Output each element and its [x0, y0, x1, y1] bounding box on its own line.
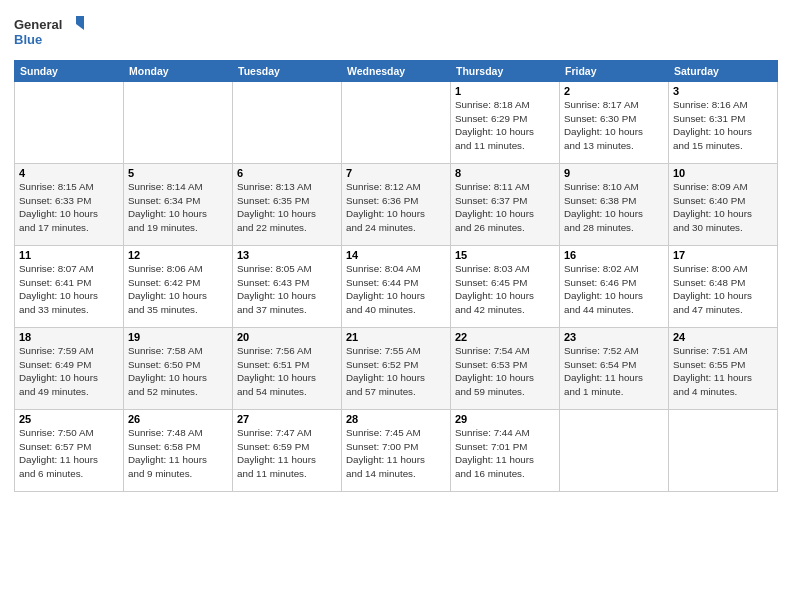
- day-number: 11: [19, 249, 119, 261]
- day-info: Sunrise: 7:58 AMSunset: 6:50 PMDaylight:…: [128, 344, 228, 399]
- week-row-3: 11Sunrise: 8:07 AMSunset: 6:41 PMDayligh…: [15, 246, 778, 328]
- weekday-saturday: Saturday: [669, 61, 778, 82]
- day-number: 26: [128, 413, 228, 425]
- day-number: 2: [564, 85, 664, 97]
- day-info: Sunrise: 7:55 AMSunset: 6:52 PMDaylight:…: [346, 344, 446, 399]
- calendar-cell: [342, 82, 451, 164]
- logo: General Blue: [14, 12, 84, 52]
- svg-text:General: General: [14, 17, 62, 32]
- day-number: 25: [19, 413, 119, 425]
- day-number: 21: [346, 331, 446, 343]
- week-row-5: 25Sunrise: 7:50 AMSunset: 6:57 PMDayligh…: [15, 410, 778, 492]
- weekday-monday: Monday: [124, 61, 233, 82]
- weekday-friday: Friday: [560, 61, 669, 82]
- day-info: Sunrise: 7:48 AMSunset: 6:58 PMDaylight:…: [128, 426, 228, 481]
- calendar-cell: 6Sunrise: 8:13 AMSunset: 6:35 PMDaylight…: [233, 164, 342, 246]
- day-number: 28: [346, 413, 446, 425]
- logo-svg: General Blue: [14, 12, 84, 52]
- day-number: 24: [673, 331, 773, 343]
- day-info: Sunrise: 8:18 AMSunset: 6:29 PMDaylight:…: [455, 98, 555, 153]
- day-number: 23: [564, 331, 664, 343]
- day-info: Sunrise: 8:14 AMSunset: 6:34 PMDaylight:…: [128, 180, 228, 235]
- day-number: 15: [455, 249, 555, 261]
- day-info: Sunrise: 7:50 AMSunset: 6:57 PMDaylight:…: [19, 426, 119, 481]
- calendar-cell: 10Sunrise: 8:09 AMSunset: 6:40 PMDayligh…: [669, 164, 778, 246]
- calendar-cell: 22Sunrise: 7:54 AMSunset: 6:53 PMDayligh…: [451, 328, 560, 410]
- calendar-cell: [669, 410, 778, 492]
- day-info: Sunrise: 8:10 AMSunset: 6:38 PMDaylight:…: [564, 180, 664, 235]
- day-info: Sunrise: 7:47 AMSunset: 6:59 PMDaylight:…: [237, 426, 337, 481]
- weekday-wednesday: Wednesday: [342, 61, 451, 82]
- calendar: SundayMondayTuesdayWednesdayThursdayFrid…: [14, 60, 778, 492]
- day-info: Sunrise: 7:45 AMSunset: 7:00 PMDaylight:…: [346, 426, 446, 481]
- calendar-cell: 20Sunrise: 7:56 AMSunset: 6:51 PMDayligh…: [233, 328, 342, 410]
- day-number: 14: [346, 249, 446, 261]
- calendar-cell: 23Sunrise: 7:52 AMSunset: 6:54 PMDayligh…: [560, 328, 669, 410]
- calendar-cell: 15Sunrise: 8:03 AMSunset: 6:45 PMDayligh…: [451, 246, 560, 328]
- day-info: Sunrise: 8:09 AMSunset: 6:40 PMDaylight:…: [673, 180, 773, 235]
- calendar-cell: [560, 410, 669, 492]
- calendar-cell: 1Sunrise: 8:18 AMSunset: 6:29 PMDaylight…: [451, 82, 560, 164]
- day-info: Sunrise: 7:56 AMSunset: 6:51 PMDaylight:…: [237, 344, 337, 399]
- weekday-thursday: Thursday: [451, 61, 560, 82]
- day-number: 18: [19, 331, 119, 343]
- day-info: Sunrise: 7:51 AMSunset: 6:55 PMDaylight:…: [673, 344, 773, 399]
- calendar-cell: 29Sunrise: 7:44 AMSunset: 7:01 PMDayligh…: [451, 410, 560, 492]
- day-info: Sunrise: 8:13 AMSunset: 6:35 PMDaylight:…: [237, 180, 337, 235]
- day-number: 22: [455, 331, 555, 343]
- day-number: 29: [455, 413, 555, 425]
- day-number: 12: [128, 249, 228, 261]
- day-info: Sunrise: 7:44 AMSunset: 7:01 PMDaylight:…: [455, 426, 555, 481]
- day-info: Sunrise: 8:17 AMSunset: 6:30 PMDaylight:…: [564, 98, 664, 153]
- svg-marker-2: [76, 16, 84, 30]
- day-info: Sunrise: 8:05 AMSunset: 6:43 PMDaylight:…: [237, 262, 337, 317]
- day-number: 4: [19, 167, 119, 179]
- calendar-cell: [124, 82, 233, 164]
- day-info: Sunrise: 8:02 AMSunset: 6:46 PMDaylight:…: [564, 262, 664, 317]
- day-number: 9: [564, 167, 664, 179]
- page: General Blue SundayMondayTuesdayWednesda…: [0, 0, 792, 612]
- day-info: Sunrise: 8:03 AMSunset: 6:45 PMDaylight:…: [455, 262, 555, 317]
- calendar-cell: 7Sunrise: 8:12 AMSunset: 6:36 PMDaylight…: [342, 164, 451, 246]
- calendar-cell: 28Sunrise: 7:45 AMSunset: 7:00 PMDayligh…: [342, 410, 451, 492]
- svg-text:Blue: Blue: [14, 32, 42, 47]
- day-number: 6: [237, 167, 337, 179]
- calendar-cell: 11Sunrise: 8:07 AMSunset: 6:41 PMDayligh…: [15, 246, 124, 328]
- day-info: Sunrise: 7:52 AMSunset: 6:54 PMDaylight:…: [564, 344, 664, 399]
- day-info: Sunrise: 8:12 AMSunset: 6:36 PMDaylight:…: [346, 180, 446, 235]
- calendar-cell: 14Sunrise: 8:04 AMSunset: 6:44 PMDayligh…: [342, 246, 451, 328]
- day-number: 13: [237, 249, 337, 261]
- day-info: Sunrise: 8:00 AMSunset: 6:48 PMDaylight:…: [673, 262, 773, 317]
- day-info: Sunrise: 7:59 AMSunset: 6:49 PMDaylight:…: [19, 344, 119, 399]
- day-info: Sunrise: 8:04 AMSunset: 6:44 PMDaylight:…: [346, 262, 446, 317]
- day-info: Sunrise: 8:15 AMSunset: 6:33 PMDaylight:…: [19, 180, 119, 235]
- day-info: Sunrise: 8:07 AMSunset: 6:41 PMDaylight:…: [19, 262, 119, 317]
- day-number: 10: [673, 167, 773, 179]
- week-row-1: 1Sunrise: 8:18 AMSunset: 6:29 PMDaylight…: [15, 82, 778, 164]
- weekday-header-row: SundayMondayTuesdayWednesdayThursdayFrid…: [15, 61, 778, 82]
- calendar-cell: 27Sunrise: 7:47 AMSunset: 6:59 PMDayligh…: [233, 410, 342, 492]
- day-number: 16: [564, 249, 664, 261]
- day-info: Sunrise: 8:11 AMSunset: 6:37 PMDaylight:…: [455, 180, 555, 235]
- weekday-sunday: Sunday: [15, 61, 124, 82]
- calendar-cell: 21Sunrise: 7:55 AMSunset: 6:52 PMDayligh…: [342, 328, 451, 410]
- calendar-cell: 8Sunrise: 8:11 AMSunset: 6:37 PMDaylight…: [451, 164, 560, 246]
- day-info: Sunrise: 7:54 AMSunset: 6:53 PMDaylight:…: [455, 344, 555, 399]
- calendar-cell: 19Sunrise: 7:58 AMSunset: 6:50 PMDayligh…: [124, 328, 233, 410]
- week-row-4: 18Sunrise: 7:59 AMSunset: 6:49 PMDayligh…: [15, 328, 778, 410]
- calendar-cell: 17Sunrise: 8:00 AMSunset: 6:48 PMDayligh…: [669, 246, 778, 328]
- calendar-cell: 5Sunrise: 8:14 AMSunset: 6:34 PMDaylight…: [124, 164, 233, 246]
- calendar-cell: 2Sunrise: 8:17 AMSunset: 6:30 PMDaylight…: [560, 82, 669, 164]
- header: General Blue: [14, 12, 778, 52]
- calendar-cell: 4Sunrise: 8:15 AMSunset: 6:33 PMDaylight…: [15, 164, 124, 246]
- day-info: Sunrise: 8:16 AMSunset: 6:31 PMDaylight:…: [673, 98, 773, 153]
- day-number: 20: [237, 331, 337, 343]
- day-number: 1: [455, 85, 555, 97]
- week-row-2: 4Sunrise: 8:15 AMSunset: 6:33 PMDaylight…: [15, 164, 778, 246]
- calendar-cell: 24Sunrise: 7:51 AMSunset: 6:55 PMDayligh…: [669, 328, 778, 410]
- calendar-cell: 9Sunrise: 8:10 AMSunset: 6:38 PMDaylight…: [560, 164, 669, 246]
- calendar-cell: 26Sunrise: 7:48 AMSunset: 6:58 PMDayligh…: [124, 410, 233, 492]
- calendar-cell: 13Sunrise: 8:05 AMSunset: 6:43 PMDayligh…: [233, 246, 342, 328]
- calendar-cell: 16Sunrise: 8:02 AMSunset: 6:46 PMDayligh…: [560, 246, 669, 328]
- day-number: 8: [455, 167, 555, 179]
